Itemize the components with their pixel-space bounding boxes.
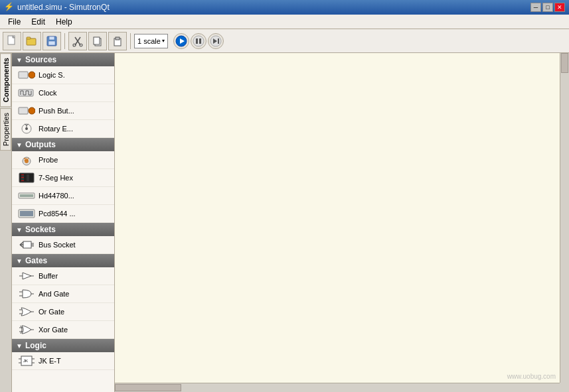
pcd8544-icon [17, 207, 36, 220]
window-controls: ─ □ ✕ [530, 3, 565, 12]
new-button[interactable] [3, 32, 21, 50]
push-but-icon [17, 104, 36, 117]
outputs-arrow: ▼ [16, 141, 23, 149]
rotary-e-label: Rotary E... [39, 125, 73, 133]
svg-rect-38 [27, 174, 29, 181]
svg-rect-40 [21, 177, 24, 178]
save-button[interactable] [42, 32, 61, 50]
play-button[interactable] [173, 33, 189, 49]
logic-s-label: Logic S. [39, 71, 65, 79]
and-gate-icon [17, 287, 36, 300]
svg-text:JK: JK [23, 359, 28, 363]
menu-file[interactable]: File [3, 16, 26, 28]
tab-properties[interactable]: Properties [0, 108, 11, 151]
step-button[interactable] [208, 33, 224, 49]
buffer-label: Buffer [39, 272, 58, 280]
scale-value: 1 scale [137, 37, 161, 45]
svg-point-17 [193, 36, 204, 46]
panel-scroll[interactable]: ▼ Sources Logic S. [12, 53, 114, 392]
watermark: www.uobug.com [507, 373, 556, 380]
vertical-scrollbar-thumb[interactable] [561, 53, 568, 73]
item-buffer[interactable]: Buffer [12, 267, 114, 285]
component-panel: ▼ Sources Logic S. [12, 53, 115, 392]
xor-gate-icon [17, 323, 36, 336]
item-pcd8544[interactable]: Pcd8544 ... [12, 205, 114, 223]
category-outputs[interactable]: ▼ Outputs [12, 138, 114, 151]
hd44780-icon [17, 189, 36, 202]
item-or-gate[interactable]: Or Gate [12, 303, 114, 321]
logic-s-icon [17, 68, 36, 82]
app-icon: ⚡ [4, 2, 15, 13]
item-clock[interactable]: Clock [12, 84, 114, 102]
canvas-area[interactable]: www.uobug.com [115, 53, 569, 392]
minimize-button[interactable]: ─ [530, 3, 541, 12]
item-xor-gate[interactable]: Xor Gate [12, 321, 114, 339]
bus-socket-label: Bus Socket [39, 241, 76, 249]
separator-2 [130, 33, 131, 49]
svg-rect-14 [116, 37, 120, 40]
svg-point-9 [73, 44, 76, 46]
scale-arrow: ▾ [162, 38, 165, 44]
item-rotary-e[interactable]: Rotary E... [12, 120, 114, 138]
bus-socket-icon [17, 238, 36, 251]
item-logic-s[interactable]: Logic S. [12, 66, 114, 84]
scale-selector[interactable]: 1 scale ▾ [134, 34, 168, 48]
logic-label: Logic [25, 341, 46, 350]
gates-label: Gates [25, 256, 47, 265]
and-gate-label: And Gate [39, 290, 69, 298]
svg-point-10 [80, 44, 82, 46]
category-sources[interactable]: ▼ Sources [12, 53, 114, 66]
rotary-e-icon [17, 122, 36, 135]
maximize-button[interactable]: □ [542, 3, 553, 12]
svg-rect-3 [27, 37, 31, 39]
clock-icon [17, 86, 36, 99]
svg-rect-45 [20, 211, 33, 216]
7seg-hex-label: 7-Seg Hex [39, 174, 73, 182]
svg-rect-6 [48, 41, 55, 45]
copy-button[interactable] [88, 32, 107, 50]
svg-point-35 [25, 159, 29, 163]
svg-rect-49 [23, 241, 31, 248]
sockets-label: Sockets [25, 225, 56, 234]
probe-label: Probe [39, 156, 58, 164]
horizontal-scrollbar[interactable] [115, 383, 560, 392]
menu-edit[interactable]: Edit [26, 16, 50, 28]
paste-button[interactable] [108, 32, 127, 50]
menu-help[interactable]: Help [50, 16, 78, 28]
item-bus-socket[interactable]: Bus Socket [12, 236, 114, 254]
probe-icon: 5V [17, 153, 36, 166]
item-jk-et[interactable]: JK JK E-T [12, 352, 114, 370]
close-button[interactable]: ✕ [554, 3, 565, 12]
svg-rect-5 [49, 36, 54, 40]
push-but-label: Push But... [39, 107, 74, 115]
hd44780-label: Hd44780... [39, 192, 74, 200]
open-button[interactable] [23, 32, 41, 50]
horizontal-scrollbar-thumb[interactable] [115, 384, 181, 391]
sources-label: Sources [25, 55, 56, 64]
item-7seg-hex[interactable]: 7-Seg Hex [12, 169, 114, 187]
category-gates[interactable]: ▼ Gates [12, 254, 114, 267]
vertical-scrollbar[interactable] [560, 53, 569, 383]
buffer-icon [17, 269, 36, 283]
category-logic[interactable]: ▼ Logic [12, 339, 114, 352]
item-hd44780[interactable]: Hd44780... [12, 187, 114, 205]
svg-rect-26 [19, 107, 28, 114]
svg-rect-22 [218, 38, 219, 44]
category-sockets[interactable]: ▼ Sockets [12, 223, 114, 236]
outputs-label: Outputs [25, 140, 56, 149]
toolbar: 1 scale ▾ [0, 29, 569, 53]
item-push-but[interactable]: Push But... [12, 102, 114, 120]
svg-rect-12 [94, 37, 100, 44]
svg-point-27 [29, 107, 35, 114]
logic-arrow: ▼ [16, 342, 23, 350]
item-probe[interactable]: 5V Probe [12, 151, 114, 169]
scroll-corner [560, 383, 569, 392]
cut-button[interactable] [68, 32, 87, 50]
pause-button[interactable] [191, 33, 206, 49]
main-layout: Components Properties ▼ Sources Logic S. [0, 53, 569, 392]
or-gate-label: Or Gate [39, 308, 64, 316]
pcd8544-label: Pcd8544 ... [39, 210, 76, 218]
tab-components[interactable]: Components [0, 53, 11, 107]
separator-1 [64, 33, 65, 49]
item-and-gate[interactable]: And Gate [12, 285, 114, 303]
